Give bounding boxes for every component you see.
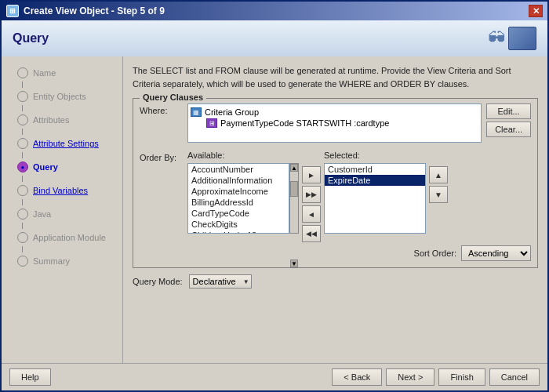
finish-button[interactable]: Finish: [438, 368, 485, 386]
where-row: Where: ▦ Criteria Group ⊞ PaymentTypeCod…: [140, 103, 531, 143]
header-title: Query: [13, 31, 49, 45]
step-circle-app-module: [17, 232, 28, 243]
main-window: ⊞ Create View Object - Step 5 of 9 ✕ Que…: [0, 0, 549, 392]
back-button[interactable]: < Back: [332, 368, 382, 386]
query-mode-row: Query Mode: Declarative Expert Normal: [133, 274, 538, 289]
sort-order-row: Sort Order: Ascending Descending: [140, 245, 531, 261]
move-up-button[interactable]: ▲: [429, 166, 448, 183]
list-item[interactable]: ChildrenUnder18: [188, 230, 289, 234]
next-button[interactable]: Next >: [386, 368, 434, 386]
group-box-title: Query Clauses: [140, 93, 206, 102]
selected-list[interactable]: CustomerId ExpireDate: [324, 163, 426, 234]
header-logo: 🕶: [488, 27, 536, 50]
sidebar-connector-3: [22, 129, 23, 135]
move-left-button[interactable]: ◄: [302, 205, 321, 223]
sidebar-item-attributes: Attributes: [2, 111, 122, 129]
criteria-group-label: Criteria Group: [205, 107, 259, 117]
where-tree: ▦ Criteria Group ⊞ PaymentTypeCode START…: [187, 103, 482, 143]
list-item[interactable]: AdditionalInformation: [188, 175, 289, 186]
step-circle-query: ●: [17, 162, 28, 172]
list-item[interactable]: BillingAddressId: [188, 197, 289, 208]
window-icon: ⊞: [6, 5, 19, 17]
sort-order-label: Sort Order:: [414, 249, 456, 258]
criteria-group-item: ▦ Criteria Group: [191, 107, 478, 118]
cancel-button[interactable]: Cancel: [489, 368, 540, 386]
orderby-row: Order By: Available: AccountNumber Addit…: [140, 151, 531, 242]
footer-left: Help: [9, 368, 51, 386]
where-label: Where:: [140, 103, 183, 115]
criteria-group-icon: ▦: [191, 107, 202, 117]
sidebar-item-query[interactable]: ● Query: [2, 158, 122, 176]
sidebar-label-query: Query: [33, 162, 58, 172]
sidebar-label-attributes: Attributes: [33, 115, 69, 125]
sidebar-item-entity-objects: Entity Objects: [2, 88, 122, 105]
step-circle-attributes: [17, 114, 28, 125]
edit-button[interactable]: Edit...: [486, 103, 531, 119]
condition-item: ⊞ PaymentTypeCode STARTSWITH :cardtype: [191, 118, 478, 129]
titlebar-left: ⊞ Create View Object - Step 5 of 9: [6, 5, 165, 17]
move-all-right-button[interactable]: ▶▶: [302, 186, 321, 203]
titlebar: ⊞ Create View Object - Step 5 of 9 ✕: [2, 2, 547, 20]
reorder-buttons: ▲ ▼: [429, 151, 448, 203]
selected-item-expiredate[interactable]: ExpireDate: [325, 175, 425, 186]
sidebar-connector-5: [22, 176, 23, 182]
selected-label: Selected:: [324, 151, 426, 160]
sidebar-connector-6: [22, 199, 23, 205]
content-area: The SELECT list and FROM clause will be …: [123, 56, 547, 363]
sidebar-item-attribute-settings[interactable]: Attribute Settings: [2, 135, 122, 152]
query-clauses-group: Query Clauses Where: ▦ Criteria Group ⊞ …: [133, 98, 538, 268]
condition-label: PaymentTypeCode STARTSWITH :cardtype: [220, 118, 389, 128]
condition-icon: ⊞: [206, 118, 217, 128]
close-button[interactable]: ✕: [529, 5, 543, 17]
transfer-buttons: ► ▶▶ ◄ ◀◀: [302, 151, 321, 242]
where-buttons: Edit... Clear...: [486, 103, 531, 137]
help-button[interactable]: Help: [9, 368, 51, 386]
step-circle-name: [17, 67, 28, 78]
sort-order-select[interactable]: Ascending Descending: [461, 245, 531, 261]
query-mode-wrapper: Declarative Expert Normal: [189, 274, 252, 289]
list-item[interactable]: CheckDigits: [188, 219, 289, 230]
available-section: Available: AccountNumber AdditionalInfor…: [187, 151, 299, 234]
move-down-button[interactable]: ▼: [429, 186, 448, 203]
scrollbar-thumb: [290, 181, 298, 197]
selected-item-customerid[interactable]: CustomerId: [325, 164, 425, 175]
sidebar-item-name: Name: [2, 64, 122, 82]
sidebar-item-java: Java: [2, 205, 122, 223]
available-scrollbar[interactable]: ▲ ▼: [289, 163, 299, 234]
query-mode-label: Query Mode:: [133, 277, 183, 286]
selected-section: Selected: CustomerId ExpireDate: [324, 151, 426, 234]
query-mode-select[interactable]: Declarative Expert Normal: [189, 274, 252, 289]
window-title: Create View Object - Step 5 of 9: [24, 5, 165, 16]
sidebar-label-java: Java: [33, 209, 51, 219]
sidebar-connector-8: [22, 246, 23, 252]
sidebar-label-summary: Summary: [33, 256, 70, 266]
header-area: Query 🕶: [2, 20, 547, 56]
step-circle-attr-settings: [17, 138, 28, 149]
sidebar-connector-2: [22, 105, 23, 111]
list-item[interactable]: AccountNumber: [188, 164, 289, 175]
sidebar-item-summary: Summary: [2, 252, 122, 270]
sidebar-label-bind: Bind Variables: [33, 186, 88, 195]
available-label: Available:: [187, 151, 299, 160]
list-item[interactable]: CardTypeCode: [188, 208, 289, 219]
sidebar-item-bind-variables[interactable]: Bind Variables: [2, 182, 122, 199]
available-list[interactable]: AccountNumber AdditionalInformation Appr…: [187, 163, 289, 234]
sidebar-label-name: Name: [33, 68, 56, 78]
sidebar-item-application-module: Application Module: [2, 229, 122, 246]
orderby-label: Order By:: [140, 151, 183, 162]
sidebar-connector-4: [22, 152, 23, 158]
footer-right: < Back Next > Finish Cancel: [332, 368, 540, 386]
move-right-button[interactable]: ►: [302, 166, 321, 183]
sidebar: Name Entity Objects Attributes Attribute…: [2, 56, 123, 363]
footer: Help < Back Next > Finish Cancel: [2, 363, 547, 390]
sidebar-label-app-module: Application Module: [33, 233, 106, 242]
available-with-scroll: AccountNumber AdditionalInformation Appr…: [187, 163, 299, 234]
body-area: Name Entity Objects Attributes Attribute…: [2, 56, 547, 363]
sidebar-label-attr-settings: Attribute Settings: [33, 139, 99, 148]
clear-button[interactable]: Clear...: [486, 122, 531, 137]
orderby-area: Available: AccountNumber AdditionalInfor…: [187, 151, 531, 242]
logo-box: [508, 27, 536, 50]
list-item[interactable]: ApproximateIncome: [188, 186, 289, 197]
move-all-left-button[interactable]: ◀◀: [302, 225, 321, 242]
step-circle-entity: [17, 91, 28, 102]
